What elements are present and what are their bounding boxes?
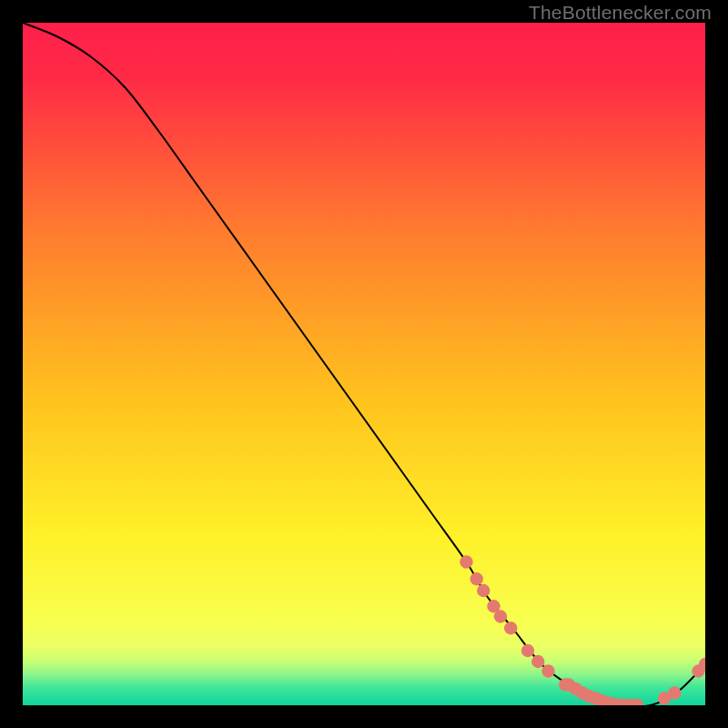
curve-marker: [504, 622, 517, 634]
curve-marker: [521, 644, 534, 657]
attribution-label: TheBottlenecker.com: [529, 2, 712, 24]
curve-marker: [668, 686, 681, 699]
curve-marker: [541, 664, 554, 677]
chart-svg: [23, 23, 705, 705]
chart-area: [23, 23, 705, 705]
curve-marker: [494, 610, 507, 622]
curve-marker: [477, 584, 490, 597]
curve-marker: [470, 572, 483, 585]
gradient-background: [23, 23, 705, 705]
curve-marker: [460, 555, 472, 568]
curve-marker: [531, 655, 544, 668]
